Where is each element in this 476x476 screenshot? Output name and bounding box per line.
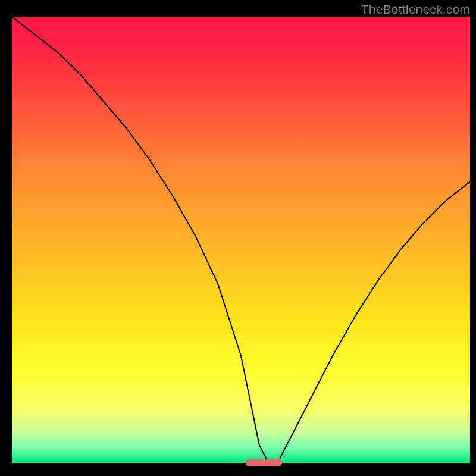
plot-background (12, 17, 470, 463)
optimal-range-marker (246, 459, 283, 466)
bottleneck-chart (0, 0, 476, 476)
chart-frame: TheBottleneck.com (0, 0, 476, 476)
watermark-text: TheBottleneck.com (361, 2, 470, 17)
